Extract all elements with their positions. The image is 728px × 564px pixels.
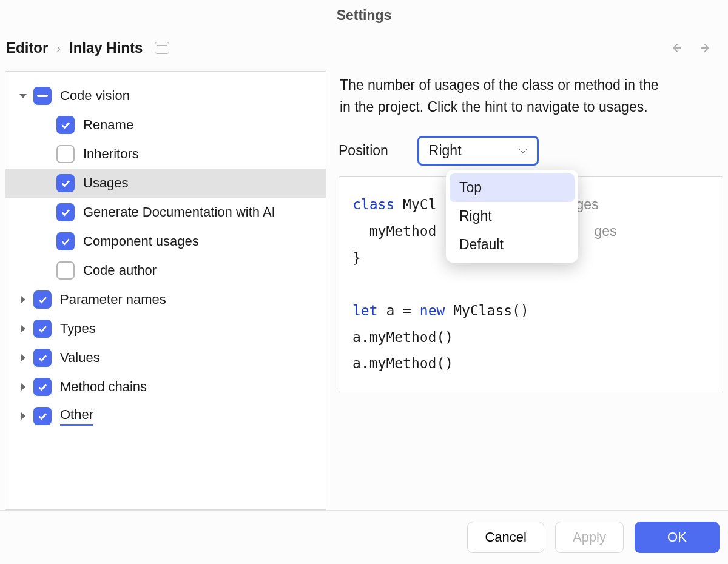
tree-item-usages[interactable]: Usages <box>5 169 326 198</box>
breadcrumb-current: Inlay Hints <box>69 39 143 56</box>
tree-label: Parameter names <box>60 292 166 307</box>
checkbox-usages[interactable] <box>56 174 75 192</box>
chevron-down-icon[interactable] <box>19 94 27 98</box>
tree-item-values[interactable]: Values <box>5 343 326 372</box>
tree-label: Code author <box>83 263 157 278</box>
checkbox-method-chains[interactable] <box>33 378 52 396</box>
hint-categories-tree: Code vision Rename Inheritors Usages Ge <box>5 71 326 510</box>
checkbox-values[interactable] <box>33 349 52 367</box>
tree-label: Component usages <box>83 233 199 249</box>
apply-button[interactable]: Apply <box>555 522 624 553</box>
position-label: Position <box>339 143 388 159</box>
checkbox-gen-doc-ai[interactable] <box>56 203 75 221</box>
breadcrumb-parent[interactable]: Editor <box>6 39 48 56</box>
cancel-button[interactable]: Cancel <box>467 522 544 553</box>
checkbox-parameter-names[interactable] <box>33 290 52 309</box>
tree-label: Rename <box>83 117 133 133</box>
tree-label: Other <box>60 407 93 426</box>
checkbox-component-usages[interactable] <box>56 232 75 250</box>
chevron-right-icon[interactable] <box>21 354 25 361</box>
chevron-right-icon[interactable] <box>21 296 25 303</box>
ok-button[interactable]: OK <box>635 522 720 553</box>
settings-title: Settings <box>0 0 728 29</box>
tree-item-parameter-names[interactable]: Parameter names <box>5 285 326 314</box>
code-text: a.myMethod() <box>352 355 453 371</box>
tree-label: Values <box>60 350 100 366</box>
tree-item-code-author[interactable]: Code author <box>5 256 326 285</box>
position-row: Position Right Top Right Default <box>339 136 723 166</box>
code-kw: new <box>420 303 445 318</box>
checkbox-code-author[interactable] <box>56 261 75 280</box>
breadcrumb-row: Editor › Inlay Hints <box>0 29 728 71</box>
dropdown-option-default[interactable]: Default <box>450 230 575 259</box>
tree-item-method-chains[interactable]: Method chains <box>5 372 326 401</box>
chevron-right-icon[interactable] <box>21 383 25 391</box>
tree-item-code-vision[interactable]: Code vision <box>5 81 326 110</box>
open-in-window-icon[interactable] <box>155 42 169 54</box>
code-kw: let <box>352 303 378 318</box>
hint-description: The number of usages of the class or met… <box>340 75 723 118</box>
back-arrow-icon[interactable] <box>670 41 683 55</box>
checkbox-inheritors[interactable] <box>56 145 75 163</box>
position-select[interactable]: Right <box>417 136 539 166</box>
code-text: a = <box>378 303 420 318</box>
checkbox-types[interactable] <box>33 320 52 338</box>
forward-arrow-icon[interactable] <box>699 41 712 55</box>
code-text: a.myMethod() <box>352 329 453 345</box>
desc-line-1: The number of usages of the class or met… <box>340 77 658 93</box>
code-text: MyClass() <box>445 303 528 318</box>
tree-label: Code vision <box>60 88 130 104</box>
tree-label: Method chains <box>60 379 147 395</box>
tree-item-gen-doc-ai[interactable]: Generate Documentation with AI <box>5 198 326 227</box>
tree-item-other[interactable]: Other <box>5 401 326 431</box>
tree-label: Usages <box>83 175 129 191</box>
breadcrumb: Editor › Inlay Hints <box>6 39 143 56</box>
chevron-right-icon[interactable] <box>21 325 25 332</box>
chevron-right-icon: › <box>56 41 61 55</box>
checkbox-rename[interactable] <box>56 116 75 134</box>
hint-detail-panel: The number of usages of the class or met… <box>326 71 723 510</box>
code-text: myMethod <box>352 223 436 239</box>
code-kw: class <box>352 196 394 212</box>
code-text: } <box>352 250 361 266</box>
tree-item-component-usages[interactable]: Component usages <box>5 227 326 256</box>
chevron-right-icon[interactable] <box>21 412 25 420</box>
code-text: MyCl <box>394 196 436 212</box>
tree-label: Types <box>60 321 96 337</box>
tree-label: Generate Documentation with AI <box>83 204 275 220</box>
tree-item-types[interactable]: Types <box>5 314 326 343</box>
dialog-footer: Cancel Apply OK <box>0 510 728 564</box>
tree-item-inheritors[interactable]: Inheritors <box>5 139 326 169</box>
tree-label: Inheritors <box>83 146 139 162</box>
checkbox-other[interactable] <box>33 407 52 425</box>
checkbox-code-vision[interactable] <box>33 87 52 105</box>
dropdown-option-top[interactable]: Top <box>450 173 575 202</box>
tree-item-rename[interactable]: Rename <box>5 110 326 139</box>
desc-line-2: in the project. Click the hint to naviga… <box>340 99 648 115</box>
position-dropdown: Top Right Default <box>446 170 578 263</box>
dropdown-option-right[interactable]: Right <box>450 202 575 230</box>
